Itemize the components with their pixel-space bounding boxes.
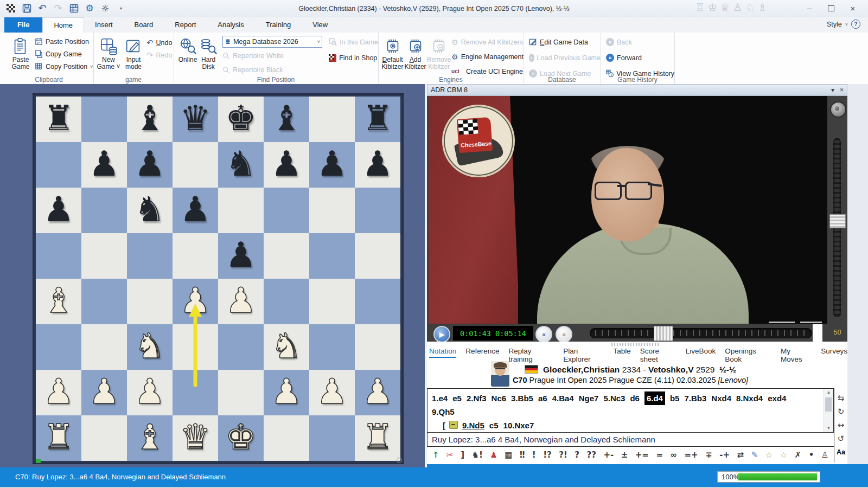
square-d7[interactable] — [173, 142, 218, 188]
square-b7[interactable]: ♟ — [81, 142, 127, 188]
square-h5[interactable] — [355, 233, 400, 279]
square-e5[interactable]: ♟ — [218, 233, 264, 279]
load-previous-game-button[interactable]: ‹ Load Previous Game — [529, 52, 601, 64]
square-b4[interactable] — [81, 279, 127, 324]
annotation-symbol[interactable]: ! — [532, 450, 536, 460]
tab-training[interactable]: Training — [255, 17, 302, 33]
move-Nxd4[interactable]: Nxd4 — [711, 391, 731, 405]
square-e6[interactable] — [218, 188, 264, 233]
square-b8[interactable] — [81, 97, 127, 142]
tab-view[interactable]: View — [302, 17, 339, 33]
square-d2[interactable] — [173, 370, 218, 415]
tab-file[interactable]: File — [4, 17, 42, 33]
square-f1[interactable] — [264, 415, 309, 461]
panel-close-icon[interactable]: × — [840, 85, 844, 95]
annotation-symbol[interactable]: ✗ — [795, 450, 802, 460]
splitter-grip[interactable] — [611, 343, 660, 346]
square-c1[interactable]: ♝ — [127, 415, 173, 461]
move-exd4[interactable]: exd4 — [768, 391, 786, 405]
panel-pin-icon[interactable]: ▾ — [831, 85, 834, 95]
board-zoom-icon[interactable] — [397, 458, 402, 463]
annotation-symbol[interactable]: += — [635, 450, 649, 460]
square-g7[interactable]: ♟ — [309, 142, 355, 188]
square-f5[interactable] — [264, 233, 309, 279]
square-h2[interactable]: ♟ — [355, 370, 400, 415]
square-e2[interactable] — [218, 370, 264, 415]
rotate-icon[interactable]: ↺ — [838, 433, 845, 444]
move-2.Nf3[interactable]: 2.Nf3 — [467, 391, 487, 405]
variation-nav-icon[interactable]: ⇆ — [838, 393, 845, 403]
annotation-symbol[interactable]: ✎ — [751, 450, 758, 460]
square-b1[interactable] — [81, 415, 127, 461]
square-g5[interactable] — [309, 233, 355, 279]
add-kibitzer-button[interactable]: Add Kibitzer — [404, 34, 426, 78]
annotation-symbol[interactable]: ? — [575, 450, 579, 460]
annotation-symbol[interactable]: ] — [461, 450, 464, 460]
square-g6[interactable] — [309, 188, 355, 233]
square-a1[interactable]: ♜ — [36, 415, 81, 461]
move-a6[interactable]: a6 — [538, 391, 547, 405]
square-d5[interactable] — [173, 233, 218, 279]
square-a3[interactable] — [36, 324, 81, 370]
style-selector[interactable]: Style ˅ ? — [827, 20, 860, 29]
square-h8[interactable]: ♜ — [355, 97, 400, 142]
database-select[interactable]: Mega Database 2026 ˅ — [222, 36, 322, 48]
swap-arrows-icon[interactable]: ↔ — [838, 420, 845, 431]
square-g3[interactable] — [309, 324, 355, 370]
remove-all-kibitzers-button[interactable]: ⚙ Remove All Kibitzers — [451, 36, 524, 48]
volume-slider-handle[interactable] — [829, 214, 846, 228]
notation-tab-surveys[interactable]: Surveys — [821, 347, 847, 357]
square-g4[interactable] — [309, 279, 355, 324]
variation-fold-icon[interactable] — [449, 421, 458, 429]
square-d8[interactable]: ♛ — [173, 97, 218, 142]
square-b5[interactable] — [81, 233, 127, 279]
variation-move-9.Nd5[interactable]: 9.Nd5 — [462, 419, 484, 432]
annotation-symbol[interactable]: !? — [543, 450, 552, 460]
remove-kibitzer-button[interactable]: Remove Kibitzer — [427, 34, 451, 78]
square-g1[interactable] — [309, 415, 355, 461]
square-e1[interactable]: ♚ — [218, 415, 264, 461]
tab-insert[interactable]: Insert — [84, 17, 124, 33]
square-a7[interactable] — [36, 142, 81, 188]
seek-bar[interactable] — [590, 328, 812, 338]
hard-disk-button[interactable]: Hard Disk — [199, 34, 218, 76]
square-c4[interactable] — [127, 279, 173, 324]
variation-move-c5[interactable]: c5 — [489, 419, 499, 432]
close-button[interactable]: × — [842, 0, 864, 16]
speaker-icon[interactable] — [830, 101, 846, 118]
square-h7[interactable]: ♟ — [355, 142, 400, 188]
resize-handle[interactable] — [800, 322, 822, 323]
annotation-symbol[interactable]: ♙ — [821, 450, 828, 460]
move-Nge7[interactable]: Nge7 — [579, 391, 599, 405]
notation-tab-table[interactable]: Table — [614, 347, 631, 357]
move-6.d4[interactable]: 6.d4 — [644, 391, 665, 405]
in-this-game-button[interactable]: In this Game — [329, 36, 378, 48]
rewind-button[interactable]: « — [535, 326, 552, 343]
square-h4[interactable] — [355, 279, 400, 324]
square-a2[interactable]: ♟ — [36, 370, 81, 415]
notation-tab-notation[interactable]: Notation — [429, 347, 456, 358]
square-e4[interactable]: ♟ — [218, 279, 264, 324]
input-mode-button[interactable]: Input mode — [122, 34, 145, 70]
copy-game-button[interactable]: Copy Game — [35, 48, 93, 60]
history-back-button[interactable]: « Back — [606, 36, 674, 48]
history-forward-button[interactable]: » Forward — [606, 52, 674, 64]
square-e7[interactable]: ♞ — [218, 142, 264, 188]
annotation-symbol[interactable]: ☆ — [765, 450, 773, 460]
play-button[interactable]: ▶ — [433, 326, 450, 343]
annotation-symbol[interactable]: ∞ — [671, 450, 678, 460]
square-b2[interactable]: ♟ — [81, 370, 127, 415]
online-button[interactable]: Online — [178, 34, 197, 76]
move-list[interactable]: 1.e4e52.Nf3Nc63.Bb5a64.Ba4Nge75.Nc3d66.d… — [427, 388, 834, 433]
annotation-symbol[interactable]: ⇄ — [737, 450, 744, 460]
annotation-symbol[interactable]: ✂ — [446, 450, 454, 460]
annotation-symbol[interactable]: ☆ — [780, 450, 787, 460]
square-f4[interactable] — [264, 279, 309, 324]
undo-button[interactable]: ↶ Undo — [146, 36, 172, 49]
move-8.Nxd4[interactable]: 8.Nxd4 — [736, 391, 763, 405]
annotation-symbol[interactable]: =+ — [685, 450, 698, 460]
square-c6[interactable]: ♞ — [127, 188, 173, 233]
repertoire-black-button[interactable]: Repertoire Black — [222, 63, 322, 76]
square-f6[interactable] — [264, 188, 309, 233]
new-game-button[interactable]: New Game ˅ — [97, 34, 120, 70]
